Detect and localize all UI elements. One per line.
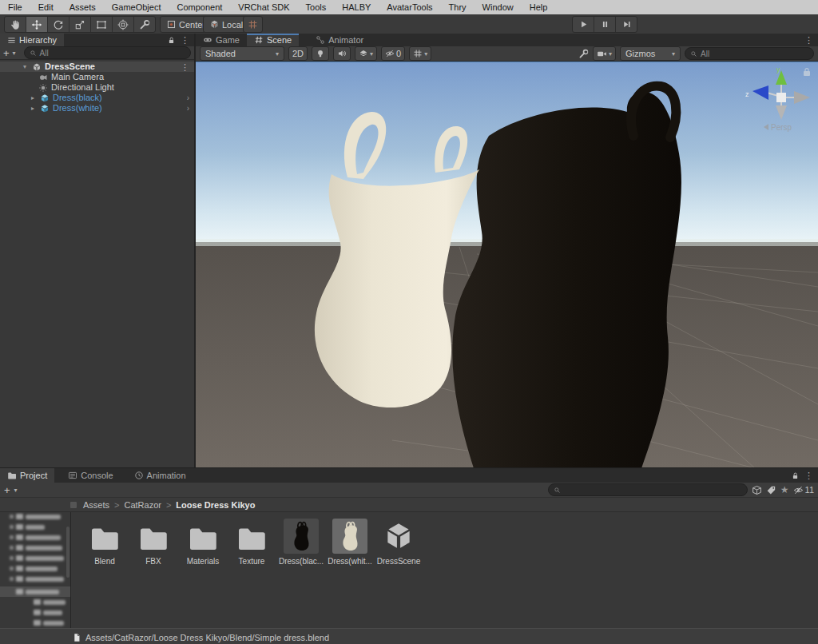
transform-tool-button[interactable] — [113, 17, 134, 32]
hierarchy-item-dress-black[interactable]: ▸ Dress(black) › — [0, 93, 194, 103]
scene-toolbar: Shaded ▾ 2D ▾ 0 ▾ ▾ — [196, 46, 818, 62]
hierarchy-item-dress-white[interactable]: ▸ Dress(white) › — [0, 103, 194, 113]
item-label: Dress(black) — [53, 93, 102, 103]
play-button[interactable] — [573, 17, 594, 32]
scene-kebab-icon[interactable]: ⋮ — [181, 63, 189, 71]
gizmo-center-cube[interactable] — [776, 93, 786, 102]
scene-search-input[interactable]: All — [685, 47, 814, 60]
menu-gameobject[interactable]: GameObject — [104, 0, 169, 14]
create-caret-icon[interactable]: ▾ — [13, 50, 16, 57]
grid-icon — [413, 49, 423, 58]
scene-viewport[interactable]: y z Persp — [196, 62, 818, 469]
hierarchy-menu-kebab-icon[interactable]: ⋮ — [181, 36, 189, 44]
tab-game[interactable]: Game — [196, 34, 247, 46]
pause-button[interactable] — [594, 17, 616, 32]
prefab-open-chevron-icon[interactable]: › — [187, 93, 189, 103]
search-by-type-icon[interactable] — [752, 485, 762, 495]
hierarchy-item-main-camera[interactable]: Main Camera — [0, 72, 194, 82]
tree-scrollbar[interactable] — [66, 527, 69, 578]
tab-console[interactable]: Console — [61, 468, 120, 483]
asset-prefab-dress-black[interactable] — [284, 519, 319, 554]
tab-hierarchy[interactable]: Hierarchy — [0, 34, 64, 46]
scene-effects-toggle[interactable]: ▾ — [355, 46, 377, 61]
gizmos-dropdown[interactable]: Gizmos ▾ — [620, 46, 681, 61]
tab-project[interactable]: Project — [0, 468, 54, 483]
project-folder-tree[interactable] — [0, 512, 71, 628]
custom-tool-button[interactable] — [134, 17, 155, 32]
asset-folder-blend[interactable] — [87, 520, 122, 555]
menu-edit[interactable]: Edit — [30, 0, 62, 14]
favorites-star-icon[interactable]: ★ — [780, 484, 789, 495]
menu-help[interactable]: Help — [522, 0, 556, 14]
create-asset-button[interactable]: + — [4, 485, 10, 495]
hierarchy-search-input[interactable]: All — [24, 46, 191, 59]
breadcrumb-favorite-icon[interactable] — [70, 502, 77, 508]
menu-thry[interactable]: Thry — [441, 0, 475, 14]
asset-folder-materials[interactable] — [185, 520, 220, 555]
menu-tools[interactable]: Tools — [298, 0, 335, 14]
menu-vrchat-sdk[interactable]: VRChat SDK — [230, 0, 297, 14]
scene-tools-wrench-icon[interactable] — [578, 49, 589, 59]
breadcrumb-current-folder[interactable]: Loose Dress Kikyo — [176, 500, 255, 510]
move-tool-button[interactable] — [26, 17, 48, 32]
foldout-open-icon[interactable]: ▾ — [21, 62, 29, 72]
shading-mode-dropdown[interactable]: Shaded ▾ — [200, 46, 284, 61]
search-icon — [30, 50, 37, 57]
menu-file[interactable]: File — [0, 0, 30, 14]
asset-prefab-dress-white[interactable] — [332, 519, 367, 554]
scene-header-row[interactable]: ▾ DressScene ⋮ — [0, 62, 194, 72]
lock-icon[interactable] — [167, 36, 176, 45]
hidden-count-toggle[interactable]: 11 — [793, 485, 814, 495]
main-toolbar: Center Local — [0, 14, 818, 34]
dress-white-thumbnail — [336, 520, 364, 552]
menu-assets[interactable]: Assets — [62, 0, 104, 14]
create-object-button[interactable]: + — [3, 48, 10, 58]
foldout-closed-icon[interactable]: ▸ — [29, 93, 37, 103]
scale-tool-button[interactable] — [69, 17, 91, 32]
project-menu-kebab-icon[interactable]: ⋮ — [804, 471, 813, 479]
hierarchy-item-directional-light[interactable]: Directional Light — [0, 82, 194, 93]
prefab-cube-icon — [40, 104, 50, 113]
menu-avatartools[interactable]: AvatarTools — [379, 0, 440, 14]
scene-panel-kebab-icon[interactable]: ⋮ — [804, 36, 813, 44]
breadcrumb-catrazor[interactable]: CatRazor — [124, 500, 161, 510]
lock-icon[interactable] — [791, 471, 800, 480]
foldout-closed-icon[interactable]: ▸ — [29, 103, 37, 113]
pivot-icon — [166, 19, 177, 30]
menu-component[interactable]: Component — [169, 0, 230, 14]
breadcrumb-assets[interactable]: Assets — [83, 500, 109, 510]
asset-folder-texture[interactable] — [234, 520, 269, 555]
tab-scene[interactable]: Scene — [247, 34, 299, 46]
step-button[interactable] — [616, 17, 637, 32]
scene-lighting-toggle[interactable] — [312, 46, 329, 61]
rotate-tool-button[interactable] — [48, 17, 69, 32]
hierarchy-tree: ▾ DressScene ⋮ Main Camera Directional L… — [0, 60, 194, 467]
2d-toggle-button[interactable]: 2D — [288, 46, 308, 61]
asset-folder-fbx[interactable] — [136, 520, 171, 555]
grid-visibility-toggle[interactable]: ▾ — [409, 46, 431, 61]
asset-label: FBX — [130, 557, 177, 566]
hierarchy-tabstrip: Hierarchy ⋮ — [0, 34, 194, 46]
animation-tab-label: Animation — [147, 471, 186, 480]
create-asset-caret-icon[interactable]: ▾ — [14, 487, 18, 494]
hidden-objects-toggle[interactable]: 0 — [381, 46, 405, 61]
scene-name-label: DressScene — [45, 62, 95, 72]
console-tab-label: Console — [81, 471, 113, 480]
tab-animator[interactable]: Animator — [308, 34, 371, 46]
dress-black-object[interactable] — [452, 86, 681, 468]
menu-window[interactable]: Window — [475, 0, 522, 14]
asset-scene-dressscene[interactable] — [381, 519, 416, 554]
tab-animation[interactable]: Animation — [127, 468, 193, 483]
gizmos-caret-icon: ▾ — [672, 50, 675, 58]
rect-tool-button[interactable] — [91, 17, 113, 32]
search-by-label-icon[interactable] — [766, 485, 776, 495]
project-search-input[interactable] — [548, 483, 748, 496]
scene-camera-settings-button[interactable]: ▾ — [593, 46, 616, 61]
hand-tool-button[interactable] — [5, 17, 26, 32]
prefab-open-chevron-icon[interactable]: › — [187, 103, 189, 113]
console-icon — [68, 471, 77, 480]
menu-halby[interactable]: HALBY — [334, 0, 379, 14]
scene-audio-toggle[interactable] — [333, 46, 351, 61]
asset-label: Dress(whit... — [327, 557, 373, 566]
grid-snapping-button[interactable] — [243, 16, 263, 33]
